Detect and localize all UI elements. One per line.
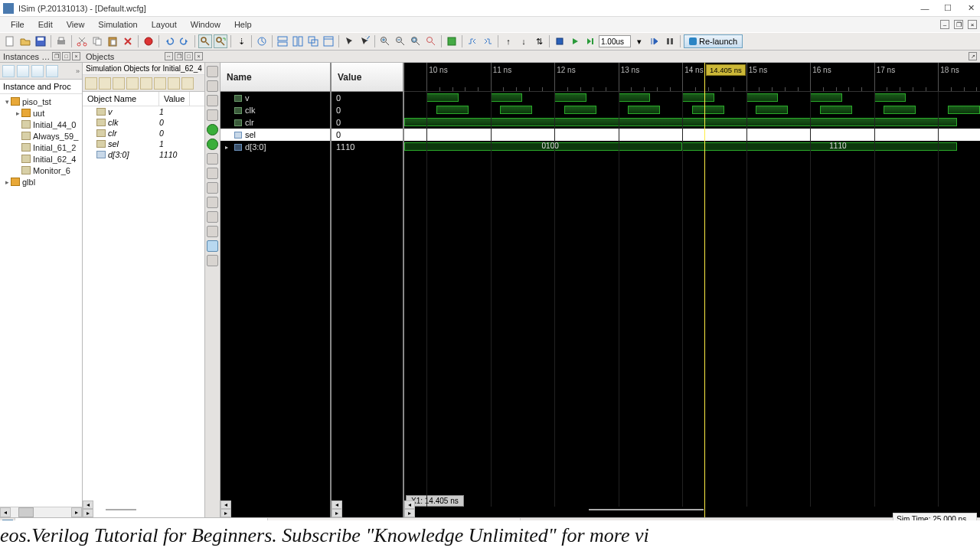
object-row[interactable]: clk0 (83, 117, 204, 128)
object-row[interactable]: v1 (83, 106, 204, 117)
wave-add-icon[interactable] (207, 124, 218, 135)
wave-signal-name[interactable]: clk (220, 104, 330, 116)
menu-window[interactable]: Window (185, 18, 227, 31)
break-button[interactable] (663, 34, 677, 48)
find-next-button[interactable] (214, 34, 227, 48)
objects-close-button[interactable]: × (194, 52, 203, 60)
wave-up-icon[interactable] (207, 182, 218, 194)
print-button[interactable] (54, 34, 68, 48)
object-row[interactable]: clr0 (83, 128, 204, 139)
object-row[interactable]: d[3:0]1110 (83, 149, 204, 160)
paste-button[interactable] (106, 34, 119, 48)
tile-v-button[interactable] (291, 34, 305, 48)
run-for-button[interactable] (583, 34, 597, 48)
run-time-input[interactable] (599, 35, 631, 47)
menu-view[interactable]: View (60, 18, 91, 31)
tree-node[interactable]: Monitor_6 (0, 165, 82, 176)
restart-button[interactable] (553, 34, 567, 48)
next-transition-button[interactable] (481, 34, 495, 48)
wave-marker-icon[interactable] (207, 109, 218, 121)
instances-hscroll[interactable]: ◂▸ (0, 507, 82, 517)
doc-close-button[interactable]: × (968, 20, 977, 29)
wave-remove-icon[interactable] (207, 139, 218, 150)
instances-float-button[interactable]: ❐ (52, 52, 60, 60)
wave-signal-name[interactable]: v (220, 92, 330, 104)
cursor-line[interactable] (704, 63, 705, 517)
instances-tool-1[interactable] (2, 65, 15, 77)
menu-layout[interactable]: Layout (145, 18, 183, 31)
doc-minimize-button[interactable]: – (940, 20, 949, 29)
wave-name-header[interactable]: Name (220, 63, 330, 92)
minimize-button[interactable]: — (919, 2, 931, 15)
copy-button[interactable] (90, 34, 104, 48)
objects-float-button[interactable]: ❐ (175, 52, 183, 60)
objects-tool-7[interactable] (168, 77, 180, 90)
maximize-button[interactable]: ☐ (942, 2, 954, 15)
wave-signal-value[interactable]: 0 (332, 129, 403, 141)
cursor-swap-button[interactable]: ⇅ (532, 34, 546, 48)
objects-value-col[interactable]: Value (159, 92, 190, 106)
tile-h-button[interactable] (276, 34, 289, 48)
cursor-down-button[interactable]: ↓ (517, 34, 531, 48)
wave-canvas[interactable]: 10 ns11 ns12 ns13 ns14 ns15 ns16 ns17 ns… (404, 63, 980, 517)
tree-node[interactable]: Initial_62_4 (0, 153, 82, 165)
wave-edit-icon[interactable] (207, 95, 218, 106)
wave-search2-icon[interactable] (207, 80, 218, 92)
wave-next-icon[interactable] (207, 168, 218, 179)
objects-arrows-button[interactable]: ↔ (165, 52, 173, 60)
wave-vals-hscroll[interactable]: ◂▸ (332, 500, 403, 517)
wave-mode2-icon[interactable] (207, 226, 218, 237)
stop-button[interactable] (142, 34, 155, 48)
relaunch-button[interactable]: Re-launch (684, 34, 743, 48)
wave-signal-name[interactable]: ▸d[3:0] (220, 141, 330, 153)
zoom-fit-button[interactable] (409, 34, 423, 48)
objects-tool-2[interactable] (99, 77, 111, 90)
objects-tool-5[interactable] (140, 77, 152, 90)
instances-tool-2[interactable] (17, 65, 29, 77)
prev-transition-button[interactable] (466, 34, 479, 48)
doc-restore-button[interactable]: ❐ (954, 20, 963, 29)
close-button[interactable]: ✕ (965, 2, 977, 15)
zoom-out-button[interactable] (394, 34, 407, 48)
cascade-button[interactable] (306, 34, 320, 48)
menu-edit[interactable]: Edit (32, 18, 59, 31)
open-button[interactable] (18, 34, 32, 48)
objects-tool-4[interactable] (126, 77, 139, 90)
tree-node[interactable]: ▸uut (0, 107, 82, 119)
window-button[interactable] (322, 34, 335, 48)
zoom-cursor-button[interactable] (424, 34, 438, 48)
delete-button[interactable] (121, 34, 135, 48)
tree-node[interactable]: Initial_44_0 (0, 119, 82, 130)
objects-list[interactable]: v1clk0clr0sel1d[3:0]1110 (83, 106, 204, 500)
wave-pin-button[interactable]: ↗ (969, 52, 977, 60)
objects-tool-1[interactable] (85, 77, 97, 90)
pointer-button[interactable] (342, 34, 356, 48)
wave-mode3-icon[interactable] (207, 240, 218, 252)
instances-tool-4[interactable] (46, 65, 58, 77)
wave-names-hscroll[interactable]: ◂▸ (220, 500, 330, 517)
run-all-button[interactable] (568, 34, 582, 48)
instances-tree[interactable]: ▾piso_tst▸uutInitial_44_0Always_59_Initi… (0, 94, 82, 507)
find-button[interactable] (198, 34, 212, 48)
redo-button[interactable] (178, 34, 191, 48)
wave-prev-icon[interactable] (207, 153, 218, 165)
wave-value-header[interactable]: Value (332, 63, 403, 92)
save-button[interactable] (34, 34, 47, 48)
menu-file[interactable]: File (5, 18, 31, 31)
instances-tool-3[interactable] (31, 65, 44, 77)
instances-max-button[interactable]: □ (62, 52, 70, 60)
wave-signal-value[interactable]: 0 (332, 104, 403, 116)
time-ruler[interactable]: 10 ns11 ns12 ns13 ns14 ns15 ns16 ns17 ns… (404, 63, 980, 92)
step-button[interactable] (648, 34, 662, 48)
objects-name-col[interactable]: Object Name (83, 92, 159, 106)
help-pointer-button[interactable]: ? (358, 34, 371, 48)
objects-max-button[interactable]: □ (185, 52, 193, 60)
wave-signal-name[interactable]: sel (220, 129, 330, 141)
wave-signal-value[interactable]: 1110 (332, 141, 403, 153)
objects-tool-3[interactable] (113, 77, 125, 90)
objects-tool-8[interactable] (181, 77, 194, 90)
cursor-up-button[interactable]: ↑ (501, 34, 515, 48)
wave-signal-name[interactable]: clr (220, 116, 330, 129)
object-row[interactable]: sel1 (83, 139, 204, 149)
tree-node[interactable]: Initial_61_2 (0, 142, 82, 153)
